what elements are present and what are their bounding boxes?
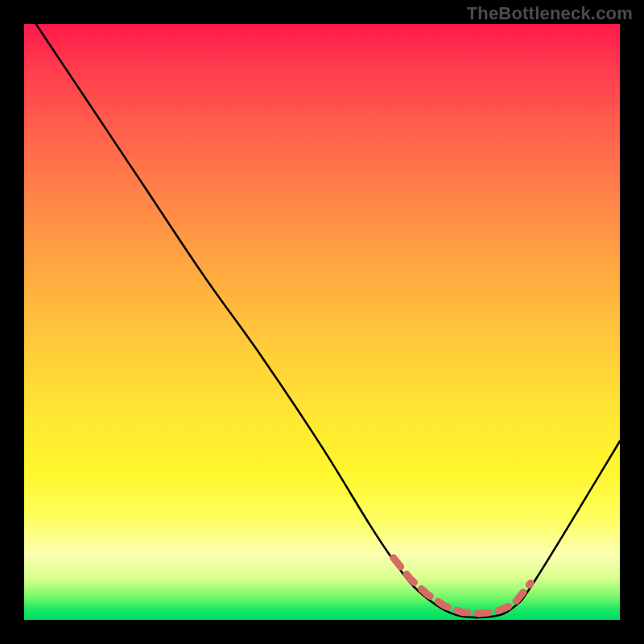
plot-area xyxy=(24,24,620,620)
watermark-text: TheBottleneck.com xyxy=(467,3,633,24)
curve-layer xyxy=(24,24,620,620)
optimal-range-marker xyxy=(394,558,530,613)
chart-stage: TheBottleneck.com xyxy=(0,0,644,644)
bottleneck-curve xyxy=(36,24,620,617)
